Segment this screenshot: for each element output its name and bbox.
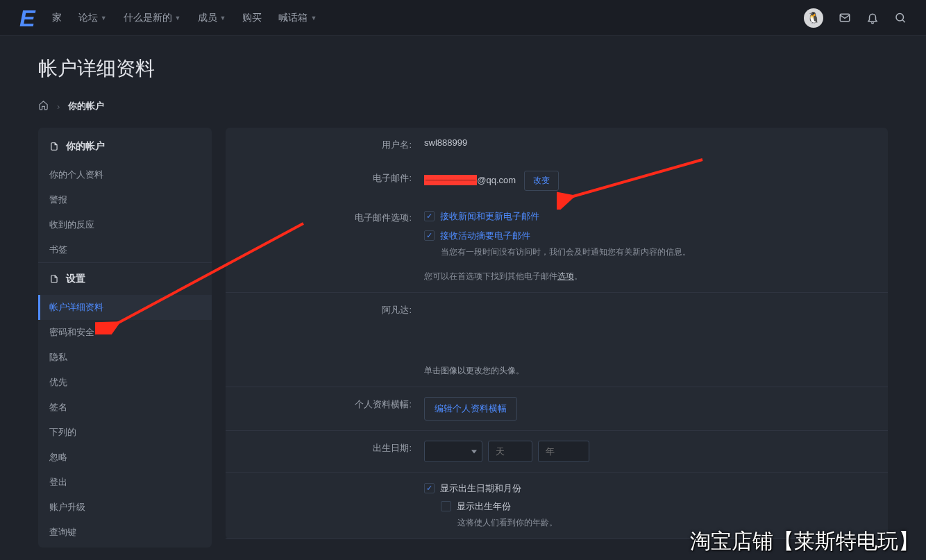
breadcrumb-separator: › bbox=[57, 101, 60, 112]
row-email-options: 电子邮件选项: 接收新闻和更新电子邮件 接收活动摘要电子邮件 当您有一段时间没有… bbox=[226, 201, 888, 292]
bell-icon[interactable] bbox=[866, 12, 879, 24]
sidebar-item-profile[interactable]: 你的个人资料 bbox=[38, 162, 212, 187]
username-label: 用户名: bbox=[226, 137, 424, 151]
document-icon bbox=[49, 142, 59, 151]
document-icon bbox=[49, 274, 59, 284]
site-logo[interactable]: E bbox=[19, 6, 34, 30]
sidebar-item-privacy[interactable]: 隐私 bbox=[38, 345, 212, 370]
edit-banner-button[interactable]: 编辑个人资料横幅 bbox=[424, 397, 517, 421]
nav-shoutbox[interactable]: 喊话箱▼ bbox=[278, 12, 317, 24]
checkbox-show-year-sub: 这将使人们看到你的年龄。 bbox=[457, 517, 875, 529]
checkbox-news[interactable] bbox=[424, 211, 435, 221]
row-username: 用户名: swl888999 bbox=[226, 128, 888, 161]
checkbox-show-year-label[interactable]: 显示出生年份 bbox=[457, 500, 511, 513]
preferences-link[interactable]: 选项 bbox=[557, 271, 574, 281]
dob-day-input[interactable] bbox=[488, 441, 532, 462]
breadcrumb-current[interactable]: 你的帐户 bbox=[68, 100, 104, 112]
account-form: 用户名: swl888999 电子邮件: 5198975058@qq.com 改… bbox=[226, 128, 888, 539]
sidebar-item-reactions[interactable]: 收到的反应 bbox=[38, 212, 212, 237]
checkbox-activity-label[interactable]: 接收活动摘要电子邮件 bbox=[440, 230, 530, 242]
chevron-down-icon: ▼ bbox=[220, 15, 226, 22]
home-icon[interactable] bbox=[38, 100, 49, 112]
search-icon[interactable] bbox=[894, 12, 907, 24]
svg-point-1 bbox=[896, 14, 904, 22]
divider bbox=[226, 538, 888, 539]
chevron-down-icon: ▼ bbox=[101, 15, 107, 22]
sidebar-item-ignoring[interactable]: 忽略 bbox=[38, 445, 212, 470]
checkbox-activity[interactable] bbox=[424, 230, 435, 241]
sidebar-item-following[interactable]: 下列的 bbox=[38, 420, 212, 445]
sidebar-item-account-details[interactable]: 帐户详细资料 bbox=[38, 295, 212, 320]
email-redacted: 5198975058 bbox=[424, 175, 477, 185]
sidebar-section-label: 你的帐户 bbox=[66, 140, 105, 153]
username-value: swl888999 bbox=[424, 137, 875, 151]
dob-month-select[interactable] bbox=[424, 441, 482, 462]
change-email-button[interactable]: 改变 bbox=[524, 171, 559, 191]
sidebar-section-account: 你的帐户 bbox=[38, 130, 212, 162]
nav-forum[interactable]: 论坛▼ bbox=[78, 12, 107, 24]
row-banner: 个人资料横幅: 编辑个人资料横幅 bbox=[226, 387, 888, 430]
email-options-note: 您可以在首选项下找到其他电子邮件选项。 bbox=[424, 271, 875, 282]
sidebar-item-logout[interactable]: 登出 bbox=[38, 470, 212, 495]
sidebar-item-password[interactable]: 密码和安全 bbox=[38, 320, 212, 345]
email-label: 电子邮件: bbox=[226, 171, 424, 191]
checkbox-news-label[interactable]: 接收新闻和更新电子邮件 bbox=[440, 210, 539, 223]
user-avatar[interactable]: 🐧 bbox=[804, 8, 823, 28]
sidebar-section-settings: 设置 bbox=[38, 262, 212, 295]
account-sidebar: 你的帐户 你的个人资料 警报 收到的反应 书签 设置 帐户详细资料 密码和安全 … bbox=[38, 128, 212, 548]
chevron-down-icon: ▼ bbox=[175, 15, 181, 22]
mail-icon[interactable] bbox=[839, 12, 851, 24]
row-avatar: 阿凡达: 单击图像以更改您的头像。 bbox=[226, 293, 888, 387]
row-dob: 出生日期: bbox=[226, 431, 888, 472]
email-domain: @qq.com bbox=[477, 175, 516, 185]
checkbox-show-dob-label[interactable]: 显示出生日期和月份 bbox=[440, 482, 521, 495]
banner-label: 个人资料横幅: bbox=[226, 397, 424, 421]
checkbox-show-year[interactable] bbox=[441, 501, 451, 511]
sidebar-item-querykey[interactable]: 查询键 bbox=[38, 520, 212, 545]
avatar-label: 阿凡达: bbox=[226, 303, 424, 377]
chevron-down-icon: ▼ bbox=[310, 15, 317, 22]
dob-year-input[interactable] bbox=[538, 441, 589, 462]
checkbox-show-dob[interactable] bbox=[424, 483, 435, 493]
sidebar-item-preferences[interactable]: 优先 bbox=[38, 370, 212, 395]
row-dob-visibility: 显示出生日期和月份 显示出生年份 这将使人们看到你的年龄。 bbox=[226, 473, 888, 538]
top-nav: E 家 论坛▼ 什么是新的▼ 成员▼ 购买 喊话箱▼ 🐧 bbox=[0, 0, 926, 36]
nav-buy[interactable]: 购买 bbox=[242, 12, 262, 24]
sidebar-item-bookmarks[interactable]: 书签 bbox=[38, 237, 212, 262]
nav-whatsnew[interactable]: 什么是新的▼ bbox=[124, 12, 181, 24]
sidebar-item-signature[interactable]: 签名 bbox=[38, 395, 212, 420]
nav-members[interactable]: 成员▼ bbox=[198, 12, 226, 24]
sidebar-item-alerts[interactable]: 警报 bbox=[38, 187, 212, 212]
breadcrumb: › 你的帐户 bbox=[38, 100, 888, 112]
sidebar-section-label: 设置 bbox=[66, 273, 85, 285]
row-email: 电子邮件: 5198975058@qq.com 改变 bbox=[226, 161, 888, 201]
sidebar-item-upgrade[interactable]: 账户升级 bbox=[38, 495, 212, 520]
email-options-label: 电子邮件选项: bbox=[226, 210, 424, 282]
checkbox-activity-sub: 当您有一段时间没有访问时，我们会及时通知您有关新内容的信息。 bbox=[441, 246, 875, 258]
page-title: 帐户详细资料 bbox=[38, 56, 888, 82]
dob-label: 出生日期: bbox=[226, 441, 424, 462]
nav-home[interactable]: 家 bbox=[52, 12, 62, 24]
avatar-help-text: 单击图像以更改您的头像。 bbox=[424, 365, 875, 377]
